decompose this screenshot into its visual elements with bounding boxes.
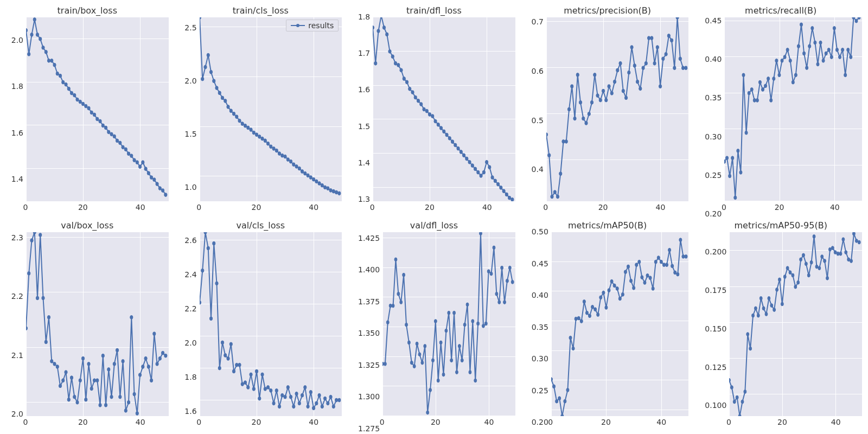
- svg-point-156: [562, 139, 565, 143]
- svg-point-279: [107, 368, 110, 372]
- svg-point-356: [397, 292, 400, 296]
- svg-point-142: [491, 176, 494, 180]
- svg-point-123: [437, 123, 439, 126]
- svg-point-12: [59, 74, 61, 78]
- svg-point-57: [218, 91, 221, 95]
- svg-point-181: [633, 64, 636, 68]
- svg-point-82: [289, 159, 292, 163]
- y-tick-label: 1.350: [358, 329, 380, 337]
- svg-point-77: [275, 149, 278, 152]
- svg-point-460: [755, 307, 757, 310]
- svg-point-14: [65, 82, 67, 86]
- svg-point-201: [726, 156, 729, 160]
- svg-point-196: [676, 17, 679, 19]
- chart-title: val/box_loss: [5, 220, 169, 231]
- svg-point-399: [511, 280, 514, 284]
- svg-point-254: [36, 296, 39, 300]
- svg-point-64: [238, 119, 240, 123]
- y-tick-label: 0.25: [532, 386, 548, 395]
- svg-point-283: [119, 395, 122, 399]
- svg-point-184: [642, 66, 644, 70]
- svg-point-100: [373, 25, 374, 29]
- svg-point-394: [498, 301, 501, 304]
- svg-point-295: [153, 332, 156, 336]
- svg-point-79: [280, 154, 283, 157]
- svg-point-44: [150, 176, 152, 180]
- y-tick-label: 0.100: [705, 401, 726, 410]
- svg-point-426: [621, 292, 624, 296]
- svg-point-303: [207, 246, 209, 250]
- svg-point-483: [815, 265, 818, 269]
- y-axis: 0.40.50.60.7: [526, 17, 546, 214]
- svg-point-291: [142, 365, 144, 369]
- svg-point-444: [671, 264, 673, 268]
- svg-point-3: [33, 18, 36, 22]
- y-tick-label: 1.6: [358, 85, 370, 94]
- svg-point-324: [266, 386, 269, 390]
- x-tick-label: 40: [309, 203, 318, 212]
- svg-point-124: [440, 126, 443, 130]
- svg-point-376: [450, 359, 453, 362]
- y-tick-label: 1.6: [11, 129, 23, 137]
- svg-point-212: [756, 98, 759, 102]
- svg-point-45: [153, 178, 156, 182]
- y-tick-label: 1.275: [358, 424, 380, 433]
- svg-point-377: [453, 311, 456, 315]
- svg-point-250: [26, 327, 28, 330]
- y-tick-label: 0.25: [705, 171, 722, 180]
- svg-point-448: [682, 254, 685, 258]
- x-tick-label: 0: [370, 203, 375, 212]
- svg-point-94: [323, 186, 326, 189]
- svg-point-488: [829, 247, 832, 251]
- svg-point-469: [778, 278, 781, 282]
- svg-point-276: [99, 403, 101, 407]
- svg-point-81: [286, 158, 289, 162]
- svg-point-197: [679, 57, 681, 61]
- svg-point-330: [284, 395, 286, 399]
- svg-point-484: [818, 266, 821, 270]
- svg-point-306: [215, 282, 218, 285]
- svg-point-49: [164, 193, 167, 197]
- svg-point-459: [752, 314, 755, 317]
- svg-point-451: [731, 386, 733, 390]
- svg-point-403: [558, 397, 560, 400]
- svg-point-471: [784, 275, 787, 279]
- svg-point-338: [307, 405, 309, 409]
- svg-point-25: [96, 117, 99, 121]
- svg-point-132: [463, 154, 465, 157]
- svg-point-83: [292, 163, 295, 167]
- svg-point-33: [119, 141, 122, 145]
- svg-point-497: [853, 232, 856, 235]
- svg-point-391: [490, 272, 493, 276]
- y-tick-label: 0.45: [532, 259, 548, 268]
- x-tick-label: 20: [78, 418, 88, 426]
- svg-point-425: [618, 297, 621, 301]
- svg-point-8: [47, 59, 50, 62]
- svg-point-285: [124, 409, 127, 412]
- chart-title: train/cls_loss: [179, 5, 343, 16]
- y-tick-label: 0.125: [705, 363, 726, 372]
- svg-point-233: [814, 41, 816, 44]
- svg-point-139: [482, 170, 485, 174]
- svg-point-374: [445, 329, 448, 333]
- y-tick-label: 2.0: [11, 36, 23, 44]
- data-series: [200, 232, 342, 416]
- svg-point-414: [588, 314, 591, 318]
- svg-point-9: [50, 59, 53, 62]
- svg-point-267: [73, 395, 76, 399]
- svg-point-334: [295, 392, 298, 395]
- svg-point-56: [215, 86, 218, 90]
- svg-point-455: [741, 400, 744, 404]
- svg-point-251: [28, 272, 30, 276]
- svg-point-253: [33, 232, 36, 234]
- svg-point-430: [632, 286, 635, 290]
- svg-point-499: [858, 240, 861, 244]
- y-tick-label: 2.0: [184, 339, 196, 347]
- svg-point-415: [591, 305, 593, 309]
- svg-point-462: [760, 296, 763, 300]
- panel-train_cls_loss: train/cls_loss1.01.52.02.5results02040: [179, 5, 343, 214]
- svg-point-127: [448, 136, 451, 140]
- svg-point-300: [200, 301, 201, 304]
- svg-point-481: [810, 260, 813, 264]
- svg-point-422: [610, 279, 613, 283]
